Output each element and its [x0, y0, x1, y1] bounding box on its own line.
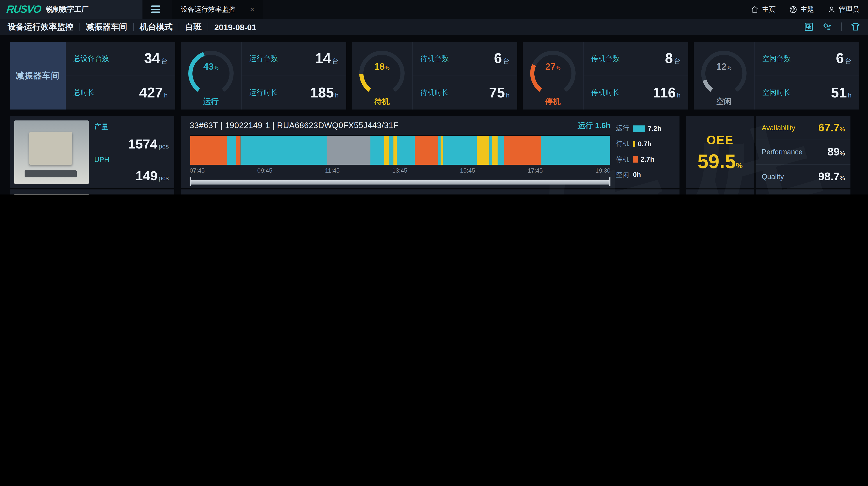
timeline-segment-down	[236, 136, 241, 164]
machine-photo	[14, 121, 89, 184]
uph-label: UPH	[94, 156, 169, 164]
timeline-segment-idle	[384, 136, 389, 164]
production-value: 1574pcs	[94, 137, 169, 151]
stat-running-machines: 运行台数 14台	[242, 42, 346, 75]
gauge-state-label: 运行	[181, 97, 241, 107]
timeline-segment-run	[397, 136, 415, 164]
axis-tick: 11:45	[325, 167, 340, 174]
stat-idle-machines: 空闲台数 6台	[755, 42, 860, 75]
user-icon	[827, 5, 836, 13]
layout-switch-icon[interactable]	[804, 22, 814, 32]
gauge-ring	[698, 48, 750, 99]
summary-stats: 运行台数 14台 运行时长 185h	[241, 42, 346, 109]
timeline-segment-run	[490, 136, 492, 164]
summary-stats: 待机台数 6台 待机时长 75h	[412, 42, 517, 109]
breadcrumb-separator	[80, 23, 80, 31]
tab-label: 设备运行效率监控	[181, 5, 236, 14]
breadcrumb-separator	[208, 23, 209, 31]
settings-list-icon[interactable]	[823, 22, 833, 32]
nav-home-label: 主页	[762, 5, 776, 14]
gauge-ring	[527, 48, 579, 99]
header-divider	[841, 23, 842, 31]
summary-row: 减振器车间 总设备台数 34台 总时长 427h 43% 运行	[10, 42, 859, 109]
oee-card: OEE 59.5%	[686, 116, 754, 188]
timeline-segment-run	[438, 136, 441, 164]
uph-value: 149pcs	[94, 169, 169, 182]
stat-total-hours: 总时长 427h	[66, 75, 175, 109]
timeline-segment-run	[371, 136, 384, 164]
tab-equipment-efficiency[interactable]: 设备运行效率监控 ×	[172, 0, 263, 19]
breadcrumb-mode[interactable]: 机台模式	[140, 22, 173, 32]
timeline-legend: 运行13.1h 待机1.9h 停机0h 空闲0.1h	[616, 194, 673, 194]
timeline-segment-run	[241, 136, 327, 164]
rusvo-logo: RUSVO	[6, 3, 41, 15]
breadcrumb-workshop[interactable]: 减振器车间	[86, 22, 127, 32]
axis-tick: 17:45	[528, 167, 543, 174]
legend-swatch	[633, 125, 645, 132]
nav-admin-label: 管理员	[839, 5, 859, 14]
summary-block-idle: 12% 空闲 空闲台数 6台 空闲时长 51h	[694, 42, 859, 109]
machine-photo-base	[25, 170, 77, 177]
gauge-ring	[356, 48, 408, 99]
brand-area: RUSVO 锐制数字工厂	[0, 0, 143, 19]
timeline-segment-run	[389, 136, 393, 164]
timeline-scrollbar[interactable]	[190, 177, 611, 186]
tshirt-theme-icon[interactable]	[850, 22, 860, 32]
timeline-segment-down	[504, 136, 541, 164]
gauge-percent: 12%	[694, 61, 754, 72]
nav-theme[interactable]: 主题	[789, 5, 814, 14]
availability-row: Availability81.3%	[756, 190, 850, 194]
breadcrumb-date[interactable]: 2019-08-01	[214, 22, 256, 32]
summary-block-standby: 18% 待机 待机台数 6台 待机时长 75h	[352, 42, 517, 109]
idle-gauge: 12% 空闲	[694, 42, 754, 109]
axis-tick: 15:45	[460, 167, 475, 174]
palette-icon	[789, 5, 797, 13]
stat-standby-machines: 待机台数 6台	[413, 42, 518, 75]
stat-total-machines: 总设备台数 34台	[66, 42, 175, 75]
timeline-segment-run	[540, 136, 610, 164]
summary-stats: 停机台数 8台 停机时长 116h	[583, 42, 688, 109]
legend-item-idle: 空闲0h	[616, 170, 673, 180]
production-label: 产量	[94, 122, 169, 132]
machine-title: 36#40T | 191101-2 | RUA7811WFX55/24F	[190, 194, 348, 194]
stat-running-hours: 运行时长 185h	[242, 75, 346, 109]
machine-summary-card: 产量 1574pcs UPH 149pcs	[10, 116, 174, 188]
production-stats: 产量 1574pcs UPH 149pcs	[94, 121, 170, 184]
machine-row: 产量 566pcs UPH 53pcs 36#40T | 191101-2 | …	[0, 190, 868, 194]
machine-status: 运行 7h	[584, 194, 611, 195]
stopped-gauge: 27% 停机	[523, 42, 583, 109]
home-icon	[750, 5, 759, 13]
breadcrumb-separator	[179, 23, 179, 31]
machine-status: 运行 1.6h	[578, 121, 611, 131]
performance-row: Performance89%	[756, 140, 850, 164]
brand-title: 锐制数字工厂	[46, 4, 89, 14]
machine-photo	[14, 194, 89, 194]
tab-close-icon[interactable]: ×	[250, 5, 254, 14]
legend-item-standby: 待机0.7h	[616, 139, 673, 149]
legend-swatch	[633, 140, 635, 147]
nav-admin[interactable]: 管理员	[827, 5, 859, 14]
timeline-segment-run	[498, 136, 504, 164]
axis-tick: 19:30	[595, 167, 611, 174]
summary-block-total: 减振器车间 总设备台数 34台 总时长 427h	[10, 42, 175, 109]
page-header: 设备运行效率监控 减振器车间 机台模式 白班 2019-08-01	[0, 19, 868, 35]
stat-stopped-hours: 停机时长 116h	[584, 75, 688, 109]
breadcrumb-separator	[133, 23, 134, 31]
menu-icon[interactable]	[151, 6, 160, 13]
timeline-chart: 33#63T | 19022149-1 | RUA68623DWQ0FX55J4…	[190, 121, 611, 186]
top-bar: RUSVO 锐制数字工厂 设备运行效率监控 × 主页 主题 管理员	[0, 0, 868, 19]
breadcrumb-shift[interactable]: 白班	[185, 22, 202, 32]
gauge-state-label: 停机	[523, 97, 583, 107]
apq-card: Availability81.3% Performance96.1% Quali…	[756, 190, 850, 194]
timeline-segment-idle	[477, 136, 489, 164]
legend-item-stopped: 停机2.7h	[616, 155, 673, 164]
axis-tick: 13:45	[392, 167, 407, 174]
timeline-segment-idle	[393, 136, 397, 164]
stat-idle-hours: 空闲时长 51h	[755, 75, 860, 109]
timeline-card: 36#40T | 191101-2 | RUA7811WFX55/24F 运行 …	[181, 190, 680, 194]
timeline-segment-down	[415, 136, 438, 164]
timeline-segment-idle	[492, 136, 498, 164]
quality-row: Quality98.7%	[756, 164, 850, 188]
nav-home[interactable]: 主页	[750, 5, 776, 14]
production-stats: 产量 566pcs UPH 53pcs	[94, 194, 170, 194]
